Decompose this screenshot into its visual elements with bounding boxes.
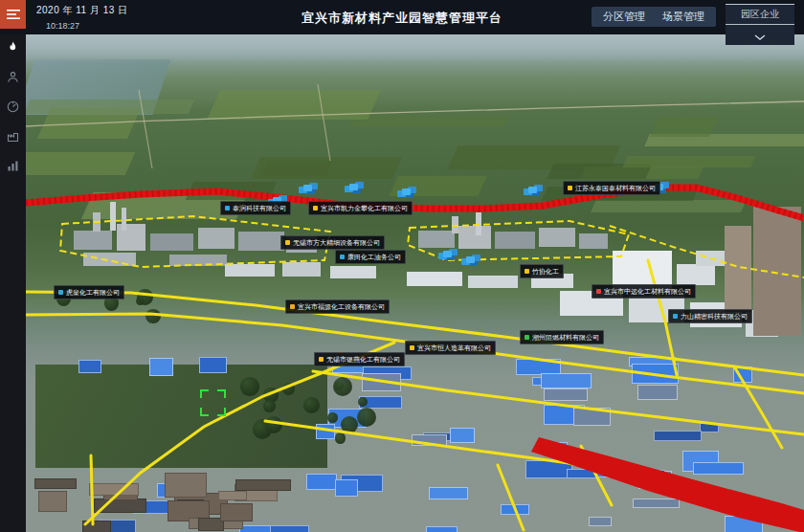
map-building (35, 365, 327, 468)
map-building (149, 358, 173, 376)
map-building (110, 202, 116, 231)
company-label[interactable]: 力山精密科技有限公司 (668, 309, 752, 323)
tree (263, 400, 276, 412)
map-building (220, 503, 253, 521)
tree (303, 397, 320, 413)
tree (136, 297, 145, 305)
map-building (234, 484, 278, 502)
company-marker-icon (525, 269, 529, 274)
company-marker-icon (340, 255, 345, 259)
map-building (362, 373, 401, 391)
tree (282, 383, 295, 395)
map-building (330, 266, 376, 278)
map-building (539, 228, 575, 247)
company-name: 康田化工油务公司 (347, 253, 401, 261)
datetime-display: 2020 年 11 月 13 日 10:18:27 (36, 4, 128, 31)
company-label[interactable]: 宜兴市中远化工材料有限公司 (592, 284, 696, 299)
map-building (316, 424, 334, 439)
field-patch (547, 164, 653, 179)
vehicle-marker-3d[interactable] (466, 256, 475, 263)
map-building (638, 471, 672, 490)
field-patch (261, 161, 332, 176)
map-building (270, 525, 309, 532)
field-patch (207, 90, 381, 120)
map-building (525, 460, 571, 477)
company-label[interactable]: 泰润科技有限公司 (220, 201, 291, 215)
vehicle-marker-3d[interactable] (303, 185, 312, 191)
tree (333, 377, 352, 396)
tree (265, 416, 282, 433)
map-building (83, 253, 136, 266)
vehicle-marker-3d[interactable] (443, 251, 452, 257)
company-name: 宜兴市福源化工设备有限公司 (298, 302, 385, 311)
tree (240, 377, 259, 396)
company-name: 潮州阻燃材料有限公司 (532, 333, 599, 342)
map-3d-view[interactable]: 泰润科技有限公司宜兴市凯力金攀化工有限公司无锡市方大精细设备有限公司康田化工油务… (26, 34, 804, 532)
park-enterprise-dropdown[interactable]: 园区企业 (726, 4, 794, 45)
vehicle-marker-3d[interactable] (528, 187, 537, 193)
company-label[interactable]: 宜兴市凯力金攀化工有限公司 (308, 201, 413, 215)
company-marker-icon (225, 206, 230, 211)
map-building (165, 473, 207, 497)
field-patch (447, 145, 620, 169)
map-building (629, 357, 676, 366)
tree (335, 432, 346, 443)
zone-management-button[interactable]: 分区管理 (592, 7, 657, 27)
company-label[interactable]: 虎皇化工有限公司 (54, 285, 124, 299)
map-building (93, 212, 100, 232)
company-label[interactable]: 康田化工油务公司 (335, 250, 406, 264)
company-label[interactable]: 竹协化工 (520, 264, 564, 278)
map-building (225, 264, 275, 277)
map-building (573, 408, 611, 426)
company-label[interactable]: 江苏永泰国泰材料有限公司 (563, 181, 660, 195)
hamburger-menu-button[interactable] (0, 0, 26, 29)
company-marker-icon (596, 289, 601, 294)
company-label[interactable]: 无锡市方大精细设备有限公司 (280, 235, 385, 250)
map-building (306, 474, 337, 491)
map-building (117, 224, 145, 251)
gauge-icon[interactable] (7, 100, 20, 113)
map-building (174, 493, 228, 515)
company-label[interactable]: 宜兴市恒人造革有限公司 (405, 341, 496, 355)
company-marker-icon (58, 290, 63, 295)
map-building (177, 499, 204, 512)
map-building (637, 385, 679, 400)
company-marker-icon (673, 314, 678, 319)
company-marker-icon (410, 345, 414, 350)
scene-management-button[interactable]: 场景管理 (651, 7, 716, 27)
map-building (696, 251, 728, 266)
field-patch (622, 156, 756, 167)
company-label[interactable]: 无锡市银燕化工有限公司 (314, 352, 405, 366)
company-name: 竹协化工 (532, 267, 559, 276)
map-building (89, 483, 139, 496)
map-building (634, 470, 665, 478)
company-label[interactable]: 潮州阻燃材料有限公司 (520, 330, 604, 344)
map-building (363, 366, 412, 380)
header-bar: 2020 年 11 月 13 日 10:18:27 宜兴市新材料产业园智慧管理平… (0, 0, 804, 34)
map-building (429, 487, 468, 499)
map-building (218, 491, 247, 500)
selection-box (201, 390, 225, 415)
bar-chart-icon[interactable] (7, 159, 20, 172)
map-building (567, 469, 597, 478)
company-label[interactable]: 宜兴市福源化工设备有限公司 (285, 299, 390, 314)
map-building (682, 451, 720, 472)
map-building (677, 264, 715, 285)
flame-icon[interactable] (7, 40, 20, 54)
current-date: 2020 年 11 月 13 日 (36, 4, 128, 17)
map-building (476, 212, 481, 235)
map-building (74, 231, 112, 250)
company-marker-icon (313, 206, 318, 211)
map-building (633, 499, 680, 508)
map-building (282, 262, 321, 277)
factory-icon[interactable] (7, 129, 20, 143)
map-building (34, 478, 77, 489)
tree (357, 408, 376, 427)
map-building (450, 428, 476, 442)
person-icon[interactable] (7, 70, 20, 83)
vehicle-marker-3d[interactable] (402, 188, 411, 195)
map-building (468, 276, 518, 288)
vehicle-marker-3d[interactable] (349, 184, 358, 190)
map-building (168, 500, 210, 521)
map-building (700, 423, 719, 432)
